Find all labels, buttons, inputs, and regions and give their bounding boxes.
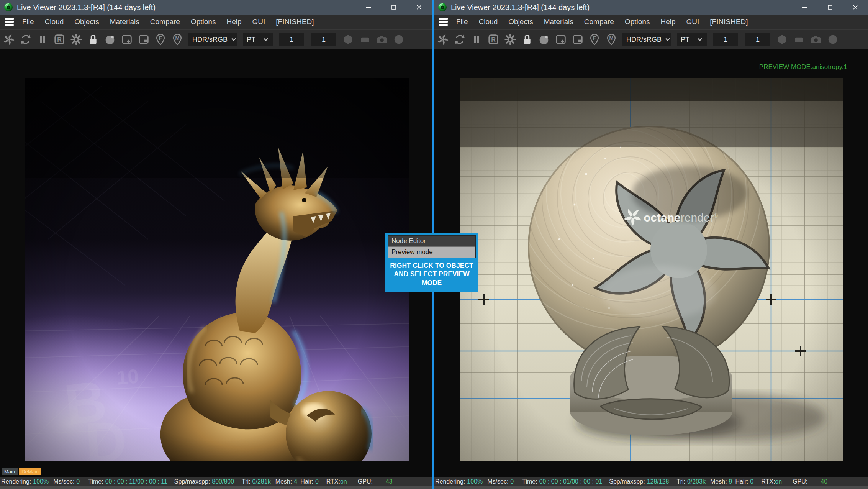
restart-render-button[interactable] [452,31,467,48]
camera-export-button[interactable] [809,31,823,48]
colorspace-dropdown[interactable]: HDR/sRGB [188,33,237,46]
subsample-field[interactable]: 1 [745,33,770,46]
kernel-value: PT [681,36,689,44]
colorspace-dropdown[interactable]: HDR/sRGB [622,33,671,46]
pause-render-button[interactable] [469,31,484,48]
kernel-dropdown[interactable]: PT [243,33,273,46]
mesh-export-button[interactable] [775,31,789,48]
pause-render-button[interactable] [35,31,50,48]
focus-pin-icon: F [589,33,600,46]
status-bar: Rendering: 100% Ms/sec: 0 Time: 00 : 00 … [434,477,868,486]
mesh-label: Mesh: [275,478,292,485]
toolbar: R [434,29,868,49]
focus-picker-button[interactable]: F [153,31,168,48]
lock-resolution-button[interactable] [86,31,100,48]
kernel-value: PT [247,36,255,44]
tri-label: Tri: [676,478,685,485]
pick-render-region-button[interactable] [570,31,585,48]
spp-label: Spp/maxspp: [609,478,645,485]
lock-resolution-button[interactable] [520,31,534,48]
live-viewer-window-left: Live Viewer 2023.1.3-[R4] (144 days left… [0,0,432,489]
menu-gui[interactable]: GUI [681,18,705,26]
context-menu-item-node-editor[interactable]: Node Editor [388,236,475,246]
menu-cloud[interactable]: Cloud [39,18,69,26]
minimize-icon [365,4,372,11]
focus-picker-button[interactable]: F [587,31,602,48]
octane-logo-icon[interactable] [436,31,450,48]
menu-cloud[interactable]: Cloud [473,18,503,26]
mesh-export-button[interactable] [341,31,355,48]
circle-icon [393,33,405,46]
lock-icon [521,33,533,46]
chevron-down-icon [665,36,671,43]
menu-options[interactable]: Options [185,18,221,26]
menu-help[interactable]: Help [655,18,681,26]
reset-render-button[interactable]: R [486,31,501,48]
hamburger-menu-icon[interactable] [0,15,17,29]
camera-export-button[interactable] [375,31,389,48]
render-viewport[interactable]: octanerender® [460,78,843,461]
maximize-button[interactable] [817,0,843,15]
rtx-value: on [340,478,347,485]
menu-objects[interactable]: Objects [503,18,538,26]
tab-main[interactable]: Main [2,468,18,475]
tab-demain[interactable]: DeMain [19,468,41,475]
material-picker-button[interactable]: M [170,31,185,48]
menu-materials[interactable]: Materials [105,18,145,26]
subsample-field[interactable]: 1 [311,33,336,46]
take-tabs: Main DeMain [2,468,41,475]
menu-help[interactable]: Help [221,18,247,26]
time-value: 00 : 00 : 11/00 : 00 : 11 [105,478,167,485]
menu-options[interactable]: Options [619,18,655,26]
live-viewer-window-right: Live Viewer 2023.1.3-[R4] (144 days left… [434,0,868,489]
shaderball-render-image: octanerender® [460,78,843,461]
kernel-dropdown[interactable]: PT [677,33,707,46]
settings-button[interactable] [69,31,84,48]
window-title: Live Viewer 2023.1.3-[R4] (144 days left… [17,3,156,12]
minimize-button[interactable] [356,0,381,15]
tri-label: Tri: [242,478,251,485]
samples-field[interactable]: 1 [279,33,304,46]
gear-icon [504,33,516,46]
material-picker-button[interactable]: M [604,31,619,48]
octane-logo-icon[interactable] [2,31,16,48]
maximize-button[interactable] [381,0,406,15]
samples-field[interactable]: 1 [713,33,738,46]
rectangle-icon [793,33,805,46]
restart-render-button[interactable] [18,31,33,48]
preview-mode-label: PREVIEW MODE:anisotropy.1 [759,63,847,71]
material-ball-button[interactable] [103,31,117,48]
plane-button[interactable] [792,31,806,48]
add-render-region-button[interactable] [120,31,134,48]
titlebar: Live Viewer 2023.1.3-[R4] (144 days left… [434,0,868,15]
settings-button[interactable] [503,31,518,48]
menu-file[interactable]: File [17,18,39,26]
close-button[interactable] [406,0,432,15]
close-button[interactable] [843,0,868,15]
sphere-export-button[interactable] [391,31,406,48]
render-viewport[interactable]: B 10 D E [25,78,409,461]
sphere-export-button[interactable] [825,31,840,48]
menu-objects[interactable]: Objects [69,18,104,26]
plane-button[interactable] [358,31,372,48]
reset-render-button[interactable]: R [52,31,67,48]
menu-file[interactable]: File [451,18,473,26]
add-render-region-button[interactable] [554,31,568,48]
camera-icon [810,33,822,46]
hamburger-menu-icon[interactable] [434,15,451,29]
menu-materials[interactable]: Materials [539,18,579,26]
refresh-icon [20,33,32,46]
menu-compare[interactable]: Compare [579,18,619,26]
context-menu-item-preview-mode[interactable]: Preview mode [388,246,475,258]
pick-render-region-button[interactable] [136,31,151,48]
gear-icon [70,33,82,46]
minimize-button[interactable] [792,0,817,15]
menu-gui[interactable]: GUI [247,18,271,26]
hair-label: Hair: [300,478,313,485]
material-ball-button[interactable] [537,31,551,48]
menu-compare[interactable]: Compare [145,18,185,26]
mssec-label: Ms/sec: [53,478,74,485]
tri-value: 0/281k [252,478,271,485]
octane-app-icon [438,3,447,12]
spp-label: Spp/maxspp: [174,478,210,485]
